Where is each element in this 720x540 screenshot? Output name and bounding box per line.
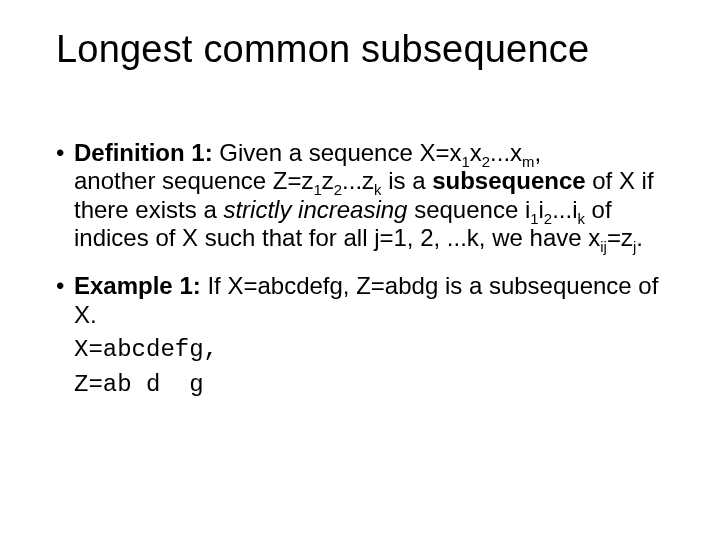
z2: z xyxy=(322,167,334,194)
definition-item: Definition 1: Given a sequence X=x1x2...… xyxy=(74,139,672,252)
definition-text-3a: sequence i xyxy=(407,196,530,223)
definition-text-2a: another sequence Z=z xyxy=(74,167,314,194)
strictly-increasing: strictly increasing xyxy=(223,196,407,223)
dots-3: ... xyxy=(552,196,572,223)
example-label: Example 1: xyxy=(74,272,201,299)
example-code-1: X=abcdefg, xyxy=(74,335,672,364)
dots-2: ... xyxy=(342,167,362,194)
comma-1: , xyxy=(534,139,541,166)
dots-1: ... xyxy=(490,139,510,166)
x-sub-ij: ij xyxy=(600,239,607,255)
slide-body: Definition 1: Given a sequence X=x1x2...… xyxy=(56,139,672,399)
subsequence-word: subsequence xyxy=(432,167,585,194)
example-code-2: Z=ab d g xyxy=(74,370,672,399)
period: . xyxy=(636,224,643,251)
x2: x xyxy=(470,139,482,166)
eq-z: =z xyxy=(607,224,633,251)
slide-title: Longest common subsequence xyxy=(56,28,672,71)
example-item: Example 1: If X=abcdefg, Z=abdg is a sub… xyxy=(74,272,672,399)
definition-text-2b: is a xyxy=(382,167,433,194)
definition-text-1: Given a sequence xyxy=(213,139,420,166)
xm: x xyxy=(510,139,522,166)
zk: z xyxy=(362,167,374,194)
definition-label: Definition 1: xyxy=(74,139,213,166)
seq-X: X=x xyxy=(419,139,461,166)
